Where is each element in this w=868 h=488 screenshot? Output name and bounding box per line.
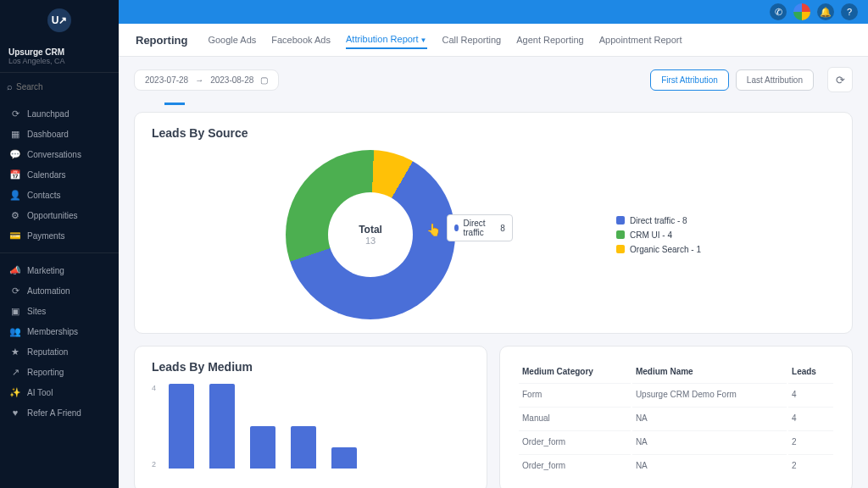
sidebar-item-automation[interactable]: ⟳Automation — [0, 280, 119, 301]
table-cell: 4 — [788, 407, 833, 429]
tab-agent-reporting[interactable]: Agent Reporting — [516, 31, 584, 48]
sidebar-item-dashboard[interactable]: ▦Dashboard — [0, 124, 119, 144]
sidebar-item-sites[interactable]: ▣Sites — [0, 301, 119, 321]
arrow-right-icon: → — [195, 75, 203, 85]
header-tabs: Reporting Google Ads Facebook Ads Attrib… — [119, 24, 868, 57]
logo[interactable]: U↗ — [0, 0, 119, 41]
bell-icon[interactable]: 🔔 — [817, 3, 834, 20]
content: 2023-07-28 → 2023-08-28 ▢ First Attribut… — [119, 57, 868, 488]
y-axis: 42 — [152, 384, 156, 469]
tab-appointment-report[interactable]: Appointment Report — [599, 31, 682, 48]
nav-label: Refer A Friend — [27, 408, 81, 418]
bar[interactable] — [331, 447, 357, 469]
leads-by-source-title: Leads By Source — [152, 126, 835, 140]
sidebar-item-memberships[interactable]: 👥Memberships — [0, 321, 119, 341]
sidebar-item-ai-tool[interactable]: ✨AI Tool — [0, 382, 119, 402]
nav-label: Memberships — [27, 327, 78, 336]
search-icon: ⌕ — [7, 81, 13, 92]
sidebar-item-payments[interactable]: 💳Payments — [0, 225, 119, 246]
nav-label: Marketing — [27, 266, 64, 275]
table-cell: NA — [632, 454, 787, 476]
nav-top: ⟳Launchpad▦Dashboard💬Conversations📅Calen… — [0, 100, 119, 249]
search-input[interactable] — [16, 82, 124, 92]
nav-icon: ✨ — [10, 387, 20, 397]
table-cell: Order_form — [519, 430, 631, 452]
nav-icon: ▦ — [10, 129, 20, 139]
table-row: Order_formNA2 — [519, 430, 833, 452]
table-cell: Order_form — [519, 454, 631, 476]
help-icon[interactable]: ? — [841, 3, 858, 20]
table-header: Medium Name — [632, 362, 787, 381]
bar[interactable] — [209, 384, 235, 469]
bottom-row: Leads By Medium 42 Medium CategoryMedium… — [134, 346, 853, 488]
date-from: 2023-07-28 — [145, 75, 188, 85]
tab-call-reporting[interactable]: Call Reporting — [442, 31, 502, 48]
table-header-row: Medium CategoryMedium NameLeads — [519, 362, 833, 381]
sidebar-item-conversations[interactable]: 💬Conversations — [0, 144, 119, 164]
sidebar-item-launchpad[interactable]: ⟳Launchpad — [0, 103, 119, 124]
sidebar-item-opportunities[interactable]: ⚙Opportunities — [0, 205, 119, 225]
nav-label: Sites — [27, 307, 46, 316]
nav-icon: 📅 — [10, 169, 20, 180]
last-attribution-button[interactable]: Last Attribution — [736, 69, 814, 91]
tab-attribution-report[interactable]: Attribution Report▼ — [346, 30, 427, 49]
table-row: Order_formNA2 — [519, 454, 833, 476]
nav-icon: ⟳ — [10, 108, 20, 119]
sidebar-item-calendars[interactable]: 📅Calendars — [0, 164, 119, 185]
legend-label: Organic Search - 1 — [630, 245, 701, 254]
google-icon[interactable] — [793, 3, 810, 20]
medium-table: Medium CategoryMedium NameLeads FormUpsu… — [517, 360, 835, 478]
bar[interactable] — [291, 426, 316, 469]
nav-label: Automation — [27, 286, 70, 296]
nav-label: AI Tool — [27, 388, 53, 397]
phone-icon[interactable]: ✆ — [770, 3, 787, 20]
bar-chart[interactable]: 42 — [152, 384, 470, 469]
tab-google-ads[interactable]: Google Ads — [208, 31, 256, 48]
legend-label: Direct traffic - 8 — [630, 216, 687, 225]
table-cell: 2 — [788, 430, 833, 452]
date-to: 2023-08-28 — [210, 75, 253, 85]
donut-total-value: 13 — [365, 236, 376, 246]
tab-facebook-ads[interactable]: Facebook Ads — [271, 31, 331, 48]
nav-label: Contacts — [27, 191, 60, 200]
leads-by-medium-title: Leads By Medium — [152, 360, 470, 374]
nav-icon: 💬 — [10, 149, 20, 159]
topbar: ✆ 🔔 ? — [119, 0, 868, 24]
sidebar-item-marketing[interactable]: 📣Marketing — [0, 260, 119, 280]
refresh-button[interactable]: ⟳ — [827, 67, 853, 92]
donut-chart[interactable]: Total 13 👆 Direct traffic 8 — [286, 150, 455, 319]
tooltip-value: 8 — [500, 224, 505, 233]
calendar-icon: ▢ — [260, 75, 268, 85]
table-row: ManualNA4 — [519, 407, 833, 429]
page-title: Reporting — [136, 34, 187, 47]
logo-icon: U↗ — [47, 8, 71, 32]
nav-icon: ↗ — [10, 367, 20, 377]
bar[interactable] — [250, 426, 275, 469]
legend-label: CRM UI - 4 — [630, 230, 672, 240]
search-box[interactable]: ⌕ ⌘ K + — [0, 73, 119, 100]
nav-icon: 👥 — [10, 326, 20, 336]
chevron-down-icon: ▼ — [420, 36, 427, 44]
sidebar-item-reporting[interactable]: ↗Reporting — [0, 362, 119, 382]
sidebar-item-refer-a-friend[interactable]: ♥Refer A Friend — [0, 402, 119, 423]
bar[interactable] — [169, 384, 194, 469]
sidebar-item-reputation[interactable]: ★Reputation — [0, 341, 119, 362]
subtabs — [134, 103, 853, 112]
date-range[interactable]: 2023-07-28 → 2023-08-28 ▢ — [134, 69, 279, 91]
sidebar: U↗ Upsurge CRM Los Angeles, CA ⌕ ⌘ K + ⟳… — [0, 0, 119, 488]
org-selector[interactable]: Upsurge CRM Los Angeles, CA — [0, 41, 119, 73]
table-row: FormUpsurge CRM Demo Form4 — [519, 383, 833, 405]
table-header: Medium Category — [519, 362, 631, 381]
legend-item: CRM UI - 4 — [616, 230, 701, 240]
nav-label: Calendars — [27, 170, 66, 180]
table-cell: 4 — [788, 383, 833, 405]
nav-label: Payments — [27, 231, 64, 241]
nav-label: Reputation — [27, 347, 68, 357]
table-cell: 2 — [788, 454, 833, 476]
table-cell: NA — [632, 430, 787, 452]
sidebar-item-contacts[interactable]: 👤Contacts — [0, 185, 119, 205]
org-location: Los Angeles, CA — [8, 57, 110, 65]
donut-center: Total 13 — [328, 192, 413, 277]
first-attribution-button[interactable]: First Attribution — [650, 69, 729, 91]
legend-item: Organic Search - 1 — [616, 245, 701, 254]
